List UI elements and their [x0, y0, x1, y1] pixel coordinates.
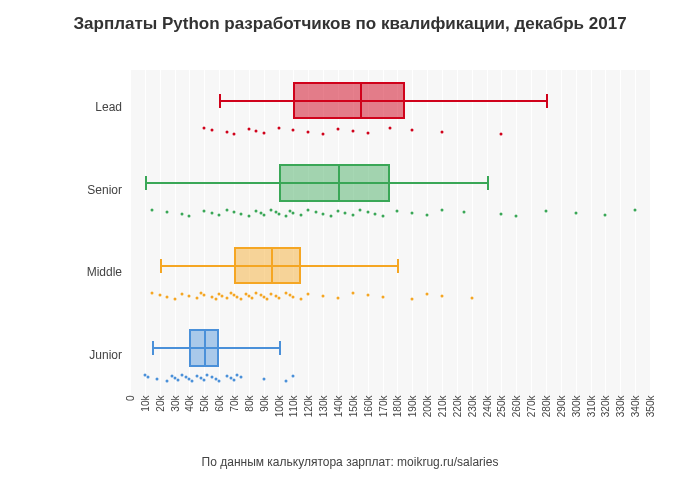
x-tick-label: 230k: [466, 396, 477, 426]
x-tick-label: 160k: [362, 396, 373, 426]
data-point: [195, 296, 198, 299]
data-point: [285, 215, 288, 218]
x-tick-label: 180k: [392, 396, 403, 426]
plot-area: [130, 70, 650, 400]
points-senior: [130, 208, 650, 218]
data-point: [225, 296, 228, 299]
data-point: [203, 210, 206, 213]
data-point: [188, 215, 191, 218]
gridline: [145, 70, 146, 400]
gridline: [383, 70, 384, 400]
gridline: [427, 70, 428, 400]
data-point: [277, 126, 280, 129]
y-tick-label: Lead: [95, 100, 122, 114]
data-point: [545, 210, 548, 213]
whisker-cap: [145, 176, 147, 190]
data-point: [203, 126, 206, 129]
whisker-cap: [219, 94, 221, 108]
gridline: [546, 70, 547, 400]
iqr-box: [293, 82, 404, 120]
data-point: [441, 130, 444, 133]
y-tick-label: Middle: [87, 265, 122, 279]
data-point: [166, 295, 169, 298]
data-point: [235, 295, 238, 298]
data-point: [285, 380, 288, 383]
x-tick-label: 250k: [496, 396, 507, 426]
whisker-cap: [546, 94, 548, 108]
data-point: [173, 297, 176, 300]
data-point: [233, 211, 236, 214]
data-point: [285, 291, 288, 294]
data-point: [426, 292, 429, 295]
data-point: [240, 297, 243, 300]
data-point: [255, 210, 258, 213]
data-point: [155, 378, 158, 381]
iqr-box: [279, 164, 390, 202]
whisker-cap: [152, 341, 154, 355]
data-point: [292, 128, 295, 131]
x-tick-label: 240k: [481, 396, 492, 426]
gridline: [472, 70, 473, 400]
data-point: [441, 294, 444, 297]
data-point: [206, 374, 209, 377]
gridline: [308, 70, 309, 400]
data-point: [221, 294, 224, 297]
x-tick-label: 100k: [273, 396, 284, 426]
data-point: [322, 294, 325, 297]
data-point: [181, 213, 184, 216]
data-point: [322, 132, 325, 135]
data-point: [604, 214, 607, 217]
data-point: [270, 209, 273, 212]
x-tick-label: 310k: [585, 396, 596, 426]
gridline: [130, 70, 131, 400]
x-tick-label: 190k: [407, 396, 418, 426]
data-point: [262, 378, 265, 381]
data-point: [337, 127, 340, 130]
x-tick-label: 280k: [541, 396, 552, 426]
data-point: [176, 379, 179, 382]
gridline: [293, 70, 294, 400]
data-point: [307, 130, 310, 133]
x-tick-label: 290k: [555, 396, 566, 426]
data-point: [233, 379, 236, 382]
data-point: [314, 211, 317, 214]
data-point: [374, 213, 377, 216]
gridline: [442, 70, 443, 400]
data-point: [181, 374, 184, 377]
data-point: [158, 293, 161, 296]
gridline: [368, 70, 369, 400]
data-point: [396, 210, 399, 213]
data-point: [225, 375, 228, 378]
x-tick-label: 200k: [422, 396, 433, 426]
data-point: [277, 213, 280, 216]
gridline: [501, 70, 502, 400]
whisker-cap: [487, 176, 489, 190]
data-point: [389, 126, 392, 129]
data-point: [366, 211, 369, 214]
gridline: [338, 70, 339, 400]
data-point: [292, 212, 295, 215]
x-tick-label: 170k: [377, 396, 388, 426]
data-point: [351, 291, 354, 294]
data-point: [166, 380, 169, 383]
median-line: [204, 329, 206, 367]
data-point: [500, 132, 503, 135]
gridline: [650, 70, 651, 400]
gridline: [160, 70, 161, 400]
y-tick-label: Junior: [89, 348, 122, 362]
data-point: [250, 296, 253, 299]
x-tick-label: 30k: [169, 396, 180, 426]
x-tick-label: 350k: [645, 396, 656, 426]
x-tick-label: 270k: [526, 396, 537, 426]
data-point: [574, 212, 577, 215]
gridline: [219, 70, 220, 400]
x-tick-label: 90k: [258, 396, 269, 426]
data-point: [344, 212, 347, 215]
gridline: [264, 70, 265, 400]
data-point: [634, 209, 637, 212]
gridline: [323, 70, 324, 400]
gridline: [249, 70, 250, 400]
gridline: [605, 70, 606, 400]
data-point: [225, 130, 228, 133]
data-point: [262, 131, 265, 134]
